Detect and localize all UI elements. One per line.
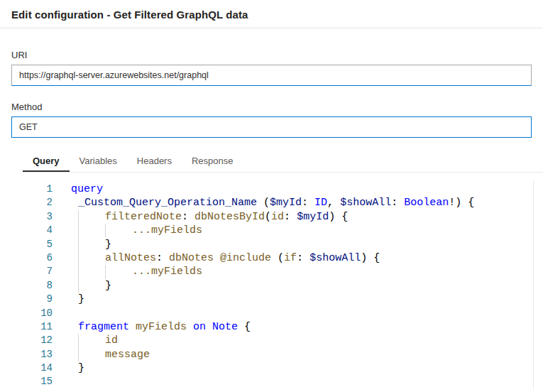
line-number: 9	[23, 293, 53, 306]
code-line[interactable]: 6allNotes: dbNotes @include (if: $showAl…	[23, 251, 533, 265]
tab-variables[interactable]: Variables	[70, 152, 127, 172]
code-line-content: query	[71, 183, 533, 196]
code-line[interactable]: 14}	[23, 361, 533, 375]
indent-guide	[78, 348, 79, 361]
code-line[interactable]: 2_Custom_Query_Operation_Name ($myId: ID…	[23, 196, 533, 209]
configuration-form: URI Method	[0, 28, 543, 138]
code-editor[interactable]: 1query2_Custom_Query_Operation_Name ($my…	[23, 180, 534, 389]
code-line[interactable]: 4...myFields	[23, 224, 533, 237]
page-title: Edit configuration - Get Filtered GraphQ…	[11, 9, 532, 21]
code-line[interactable]: 13message	[23, 348, 533, 361]
line-number: 4	[23, 224, 53, 237]
indent-guide	[78, 251, 79, 265]
indent-guide	[105, 224, 106, 237]
line-number: 14	[23, 361, 53, 375]
code-line[interactable]: 1query	[23, 183, 533, 196]
code-line-content: _Custom_Query_Operation_Name ($myId: ID,…	[71, 196, 533, 209]
tab-bar: QueryVariablesHeadersResponse	[23, 152, 543, 173]
indent-guide	[105, 265, 106, 278]
code-line-content: fragment myFields on Note {	[71, 320, 533, 334]
indent-guide	[78, 224, 79, 237]
line-number: 15	[23, 375, 53, 388]
code-line[interactable]: 15	[23, 375, 533, 388]
code-line-content: }	[71, 279, 533, 293]
panel-header: Edit configuration - Get Filtered GraphQ…	[0, 0, 543, 28]
code-line[interactable]: 10	[23, 307, 533, 320]
line-number: 1	[23, 183, 53, 196]
line-number: 5	[23, 238, 53, 251]
code-line-content	[71, 375, 533, 388]
line-number: 2	[23, 196, 53, 209]
tab-headers[interactable]: Headers	[127, 152, 182, 172]
code-line[interactable]: 9}	[23, 293, 533, 306]
line-number: 13	[23, 348, 53, 361]
code-line-content: }	[71, 293, 533, 306]
code-line[interactable]: 12id	[23, 334, 533, 347]
code-line[interactable]: 5}	[23, 238, 533, 251]
line-number: 10	[23, 307, 53, 320]
uri-label: URI	[11, 50, 543, 60]
code-line-content: }	[71, 361, 533, 375]
uri-input[interactable]	[11, 65, 532, 86]
code-line[interactable]: 7...myFields	[23, 265, 533, 278]
indent-guide	[78, 334, 79, 347]
code-line-content: filteredNote: dbNotesById(id: $myId) {	[71, 210, 533, 224]
code-line[interactable]: 8}	[23, 279, 533, 293]
code-line-content: }	[71, 238, 533, 251]
line-number: 8	[23, 279, 53, 293]
code-line-content: ...myFields	[71, 265, 533, 278]
method-field-group: Method	[11, 102, 543, 138]
uri-field-group: URI	[11, 50, 543, 86]
line-number: 12	[23, 334, 53, 347]
line-number: 11	[23, 320, 53, 334]
method-label: Method	[11, 102, 543, 112]
code-line[interactable]: 3filteredNote: dbNotesById(id: $myId) {	[23, 210, 533, 224]
code-line-content: message	[71, 348, 533, 361]
code-line-content	[71, 307, 533, 320]
code-line[interactable]: 11fragment myFields on Note {	[23, 320, 533, 334]
line-number: 6	[23, 251, 53, 265]
code-line-content: allNotes: dbNotes @include (if: $showAll…	[71, 251, 533, 265]
edit-configuration-panel: Edit configuration - Get Filtered GraphQ…	[0, 0, 543, 389]
line-number: 7	[23, 265, 53, 278]
code-line-content: ...myFields	[71, 224, 533, 237]
code-line-content: id	[71, 334, 533, 347]
indent-guide	[78, 238, 79, 251]
indent-guide	[78, 279, 79, 293]
indent-guide	[78, 210, 79, 224]
line-number: 3	[23, 210, 53, 224]
indent-guide	[78, 265, 79, 278]
method-input[interactable]	[11, 116, 532, 138]
tab-query[interactable]: Query	[23, 152, 70, 172]
tab-response[interactable]: Response	[182, 152, 243, 172]
